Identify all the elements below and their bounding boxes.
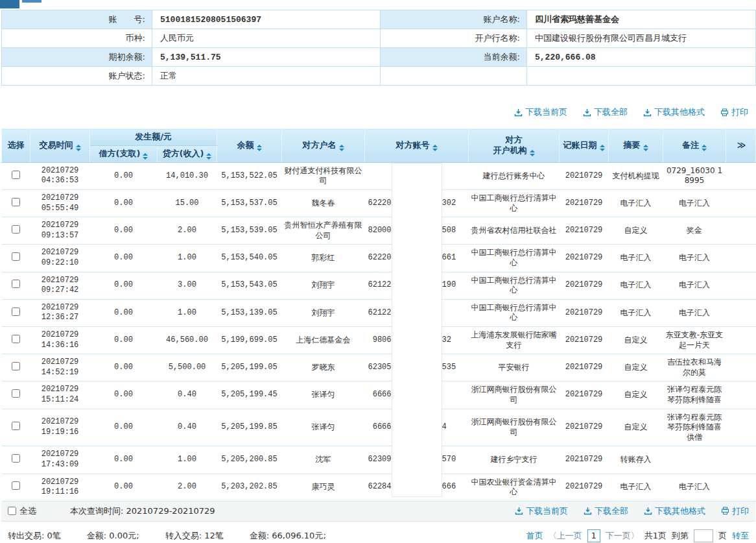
sort-icon[interactable] [600,145,605,151]
download-all-link[interactable]: 下载全部 [583,106,628,118]
transaction-row: 2021072905:55:490.0015.005,153,537.05魏冬春… [2,190,756,217]
select-cell [2,245,30,272]
row-select-checkbox[interactable] [12,422,20,430]
transaction-row: 2021072909:27:420.003.005,153,543.05刘翔宇6… [2,272,756,299]
row-select-checkbox[interactable] [12,481,20,490]
download-icon [644,507,652,515]
credit-amount-cell: 14,010.30 [158,162,217,189]
row-select-checkbox[interactable] [12,335,20,343]
header-note[interactable]: 备注 [663,129,726,163]
debit-amount-cell: 0.00 [90,409,158,446]
transaction-row: 2021072914:36:160.0046,560.005,199,699.0… [2,327,756,354]
download-all-link[interactable]: 下载全部 [584,505,628,517]
first-page-link[interactable]: 首页 [526,530,543,542]
goto-page-button[interactable]: 转至 [732,530,749,542]
select-cell [2,162,30,189]
row-select-checkbox[interactable] [12,308,20,316]
note-cell: 电子汇入 [663,272,726,299]
redaction-overlay [392,272,442,300]
select-all-control[interactable]: 全选 [8,505,36,517]
sort-icon[interactable] [206,153,211,160]
header-counterparty-name[interactable]: 对方户名 [282,129,365,163]
debit-amount-cell: 0.00 [90,162,158,189]
header-counterparty-account[interactable]: 对方账号 [365,129,469,163]
sort-icon[interactable] [432,145,438,151]
current-page-indicator[interactable]: 1 [587,529,600,542]
download-current-page-link[interactable]: 下载当前页 [515,505,568,517]
select-cell [2,299,30,326]
counterparty-name-cell: 刘翔宇 [282,299,365,326]
summary-pagination-row: 转出交易: 0笔 金额: 0.00元; 转入交易: 12笔 金额: 66,096… [1,525,755,543]
sort-icon[interactable] [530,150,535,156]
row-select-checkbox[interactable] [12,198,20,206]
redaction-overlay [392,217,442,245]
row-select-checkbox[interactable] [12,252,20,261]
print-label: 打印 [732,505,749,517]
header-note-label: 备注 [682,140,699,150]
note-cell: 张译匀程泰元陈琴芬陈利锋随喜 [663,381,726,409]
double-chevron-right-icon: ≫ [737,140,745,150]
balance-cell: 5,205,199.05 [217,354,282,381]
header-balance[interactable]: 余额 [217,129,282,163]
download-current-page-link[interactable]: 下载当前页 [514,106,567,118]
row-select-checkbox[interactable] [12,389,20,398]
print-link[interactable]: 打印 [720,106,748,118]
expand-columns-button[interactable]: ≫ [726,129,756,163]
credit-amount-cell: 1.00 [158,299,217,326]
print-link[interactable]: 打印 [721,505,749,517]
balance-cell: 5,153,543.05 [217,272,282,299]
select-all-checkbox[interactable] [8,507,16,515]
sort-icon[interactable] [143,153,148,160]
account-name-value: 四川省索玛慈善基金会 [527,10,756,29]
download-other-format-link[interactable]: 下载其他格式 [644,505,705,517]
goto-page-input[interactable] [694,529,713,542]
sort-icon[interactable] [339,145,344,151]
row-extra-cell [726,446,756,474]
row-select-checkbox[interactable] [12,454,20,463]
sort-icon[interactable] [257,145,262,151]
note-cell: 张译匀程泰元陈琴芬陈利锋随喜供僧 [663,409,726,446]
counterparty-name-cell: 贵州智恒水产养殖有限公司 [282,217,365,245]
download-other-format-link[interactable]: 下载其他格式 [643,106,705,118]
note-cell: 吉伍拉衣和马海尔的莫 [663,354,726,381]
transfer-in-count: 转入交易: 12笔 [165,530,224,542]
select-cell [2,190,30,217]
row-select-checkbox[interactable] [12,225,20,234]
note-cell: 电子汇入 [663,299,726,326]
counterparty-account-cell [365,162,469,189]
transaction-time-cell: 2021072919:11:16 [30,474,90,501]
credit-amount-cell: 2.00 [158,474,217,501]
row-select-checkbox[interactable] [12,171,20,179]
counterparty-account-cell: 980632 [365,327,469,354]
row-select-checkbox[interactable] [12,280,20,288]
header-book-date[interactable]: 记账日期 [560,129,609,163]
header-credit[interactable]: 贷方(收入) [158,145,217,162]
next-page-link[interactable]: 下一页〉 [606,530,639,542]
transaction-time-cell: 2021072914:52:19 [30,354,90,381]
counterparty-bank-cell: 中国工商银行总行清算中心 [469,272,560,299]
currency-label: 币种: [2,29,152,48]
counterparty-account-cell: 6666 [365,381,469,409]
header-counterparty-bank[interactable]: 对方 开户机构 [469,129,560,163]
counterparty-bank-cell: 建行乡宁支行 [469,446,560,474]
previous-page-link[interactable]: 〈上一页 [549,530,582,542]
debit-amount-cell: 0.00 [90,327,158,354]
redaction-overlay [392,163,442,190]
header-transaction-time[interactable]: 交易时间 [30,129,90,163]
select-cell [2,446,30,474]
sort-icon[interactable] [76,145,81,151]
row-select-checkbox[interactable] [12,362,20,370]
balance-cell: 5,203,202.85 [217,474,282,501]
sort-icon[interactable] [702,145,707,151]
summary-cell: 电子汇入 [609,272,663,299]
header-summary[interactable]: 摘要 [609,129,663,163]
header-debit[interactable]: 借方(支取) [90,145,158,162]
transaction-time-cell: 2021072909:22:10 [30,245,90,272]
counterparty-account-cell: 62284666 [365,474,469,501]
sort-icon[interactable] [643,145,648,151]
row-extra-cell [726,190,756,217]
account-info-table: 账 号: 51001815208051506397 账户名称: 四川省索玛慈善基… [1,10,756,86]
opening-balance-value: 5,139,511.75 [152,48,381,67]
book-date-cell: 20210729 [560,190,609,217]
transaction-row: 2021072909:13:570.002.005,153,539.05贵州智恒… [2,217,756,245]
